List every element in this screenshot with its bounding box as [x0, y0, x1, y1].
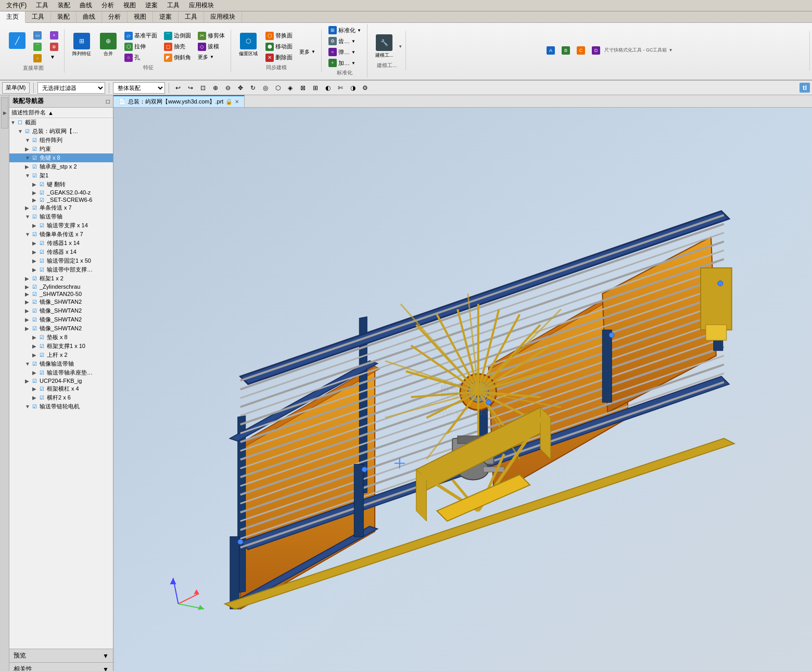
menu-item-reverse[interactable]: 逆案	[141, 0, 162, 11]
tree-item[interactable]: ▶☑键 翻转	[9, 180, 113, 189]
sort-icon[interactable]: ▲	[48, 110, 54, 116]
sketch-line-btn[interactable]: ╱	[5, 30, 29, 52]
menu-item-app[interactable]: 应用模块	[185, 0, 218, 11]
menu-item-tools[interactable]: 工具	[32, 0, 53, 11]
tree-item[interactable]: ▶☑输送带中部支撑…	[9, 265, 113, 274]
tree-item[interactable]: ▶☑_GEAKS2.0-40-z	[9, 189, 113, 196]
chamfer-btn[interactable]: ◤ 倒斜角	[161, 53, 194, 63]
move-face-btn[interactable]: ⬢ 移动面	[263, 42, 295, 52]
menu-item-analysis[interactable]: 分析	[97, 0, 118, 11]
tree-item[interactable]: ▶☑镜像_SHWTAN2	[9, 306, 113, 315]
standardize-btn[interactable]: ⊞ 标准化▼	[326, 25, 364, 35]
menu-item-assembly[interactable]: 装配	[54, 0, 74, 11]
tree-item[interactable]: ▼☐截面	[9, 118, 113, 127]
extrude-btn[interactable]: ⬡ 拉伸	[122, 42, 160, 52]
feature-more-btn[interactable]: 更多▼	[195, 53, 227, 62]
toolbar-icon-rotate[interactable]: ↻	[248, 83, 258, 93]
tree-item[interactable]: ▶☑单条传送 x 7	[9, 203, 113, 212]
tree-item[interactable]: ▼☑输送带轴	[9, 212, 113, 221]
tree-item[interactable]: ▶☑UCP204-FKB_ig	[9, 377, 113, 384]
tree-item[interactable]: ▶☑镜像_SHWTAN2	[9, 298, 113, 306]
tree-item[interactable]: ▶☑_SET-SCREW6-6	[9, 196, 113, 203]
tree-item[interactable]: ▶☑框架支撑1 x 10	[9, 342, 113, 351]
menu-item-curve[interactable]: 曲线	[75, 0, 96, 11]
tree-item[interactable]: ▶☑_Zylinderschrau	[9, 283, 113, 290]
replace-face-btn[interactable]: ⬡ 替换面	[263, 31, 295, 41]
toolbar-icon-settings[interactable]: ⚙	[360, 83, 371, 93]
tree-item[interactable]: ▶☑垫板 x 8	[9, 333, 113, 342]
sketch-circle-btn[interactable]: ○	[31, 53, 46, 63]
size-format-btn4[interactable]: D	[589, 45, 603, 56]
menu-item-tool2[interactable]: 工具	[163, 0, 184, 11]
viewport-canvas[interactable]: 屿双网 www.ysh3d.com	[113, 108, 812, 671]
tree-item[interactable]: ▼☑输送带链轮电机	[9, 402, 113, 411]
tree-item[interactable]: ▶☑传感器 x 14	[9, 248, 113, 256]
toolbar-icon-grid[interactable]: ⊞	[310, 83, 321, 93]
relations-section[interactable]: 相关性 ▼	[9, 663, 113, 671]
merge-btn[interactable]: ⊕ 合并	[96, 31, 120, 59]
tree-item[interactable]: ▶☑横杆2 x 6	[9, 393, 113, 402]
ribbon-tab-home[interactable]: 主页	[0, 11, 26, 23]
toolbar-icon-view1[interactable]: ◈	[285, 83, 296, 93]
array-feature-btn[interactable]: ⊞ 阵列特征	[69, 31, 95, 59]
tree-item[interactable]: ▼☑总装：屿双网【…	[9, 127, 113, 136]
menu-item-file[interactable]: 文件(F)	[2, 0, 31, 11]
toolbar-icon-snap[interactable]: ⊠	[298, 83, 308, 93]
delete-face-btn[interactable]: ✕ 删除面	[263, 53, 295, 63]
ribbon-tab-curve[interactable]: 曲线	[77, 11, 102, 22]
draft-btn[interactable]: ◇ 拔模	[195, 42, 227, 52]
sketch-point-btn[interactable]: +	[47, 30, 61, 41]
gear-btn[interactable]: ⚙ 齿…▼	[326, 36, 364, 46]
toolbar-icon-select[interactable]: ◎	[260, 83, 271, 93]
toolbar-icon-fit[interactable]: ⊡	[198, 83, 208, 93]
ribbon-tab-view[interactable]: 视图	[128, 11, 153, 22]
tree-item[interactable]: ▼☑镜像输送带轴	[9, 359, 113, 368]
tree-item[interactable]: ▶☑输送带固定1 x 50	[9, 256, 113, 265]
viewport-tab-main[interactable]: 📄 总装：屿双网【www.ysh3d.com】.prt 🔒 ✕	[113, 95, 245, 107]
toolbar-icon-filter[interactable]: ⬡	[273, 83, 283, 93]
toolbar-icon-undo[interactable]: ↩	[173, 83, 183, 93]
toolbar-icon-render[interactable]: ◑	[348, 83, 358, 93]
ribbon-tab-tools[interactable]: 工具	[26, 11, 51, 22]
ribbon-tab-app[interactable]: 应用模块	[204, 11, 242, 22]
filter-select[interactable]: 无选择过滤器	[37, 82, 105, 94]
toolbar-icon-layer[interactable]: ◐	[323, 83, 333, 93]
tree-item[interactable]: ▶☑镜像_SHWTAN2	[9, 324, 113, 333]
tree-item[interactable]: ▶☑_SHWTAN20-50	[9, 290, 113, 298]
sketch-tool2-btn[interactable]: ⊕	[47, 42, 61, 52]
menu-btn[interactable]: 菜单(M)	[2, 82, 30, 94]
tab-close-btn[interactable]: ✕	[235, 99, 239, 105]
edge-blend-btn[interactable]: ⌒ 边倒圆	[161, 31, 194, 41]
tree-item[interactable]: ▼☑架1	[9, 171, 113, 180]
ribbon-tab-assembly[interactable]: 装配	[51, 11, 77, 22]
toolbar-icon-redo[interactable]: ↪	[185, 83, 196, 93]
ribbon-tab-tool2[interactable]: 工具	[179, 11, 204, 22]
ribbon-tab-analysis[interactable]: 分析	[102, 11, 128, 22]
left-strip-handle[interactable]: ▶	[1, 97, 8, 128]
toolbar-icon-pan[interactable]: ✥	[235, 83, 246, 93]
panel-close-btn[interactable]: □	[106, 98, 110, 105]
tree-item[interactable]: ▼☑免键 x 8	[9, 153, 113, 162]
tree-item[interactable]: ▶☑输送带轴承座垫…	[9, 368, 113, 377]
sketch-rect-btn[interactable]: ▭	[31, 30, 46, 41]
tree-item[interactable]: ▶☑框架1 x 2	[9, 274, 113, 283]
tree-item[interactable]: ▶☑镜像_SHWTAN2	[9, 315, 113, 324]
preview-section[interactable]: 预览 ▼	[9, 649, 113, 663]
tree-item[interactable]: ▼☑镜像单条传送 x 7	[9, 230, 113, 239]
toolbar-icon-zoom-out[interactable]: ⊖	[223, 83, 233, 93]
hole-btn[interactable]: ○ 孔	[122, 53, 160, 63]
size-format-btn3[interactable]: C	[574, 45, 588, 56]
tree-area[interactable]: ▼☐截面▼☑总装：屿双网【…▼☑组件阵列▶☑约束▼☑免键 x 8▶☑轴承座_st…	[9, 118, 113, 649]
shell-btn[interactable]: ◻ 抽壳	[161, 42, 194, 52]
tree-item[interactable]: ▶☑上杆 x 2	[9, 351, 113, 359]
build-tools-btn[interactable]: 🔧 建模工...	[372, 32, 397, 61]
tree-item[interactable]: ▼☑组件阵列	[9, 136, 113, 145]
sketch-more-btn[interactable]: ▼	[47, 53, 61, 61]
tree-item[interactable]: ▶☑传感器1 x 14	[9, 239, 113, 248]
assembly-select[interactable]: 整体装配	[113, 82, 165, 94]
tree-item[interactable]: ▶☑输送带支撑 x 14	[9, 221, 113, 230]
trim-body-btn[interactable]: ✂ 修剪体	[195, 31, 227, 41]
tree-item[interactable]: ▶☑约束	[9, 145, 113, 153]
sketch-arc-btn[interactable]: ⌒	[31, 42, 46, 52]
tree-item[interactable]: ▶☑框架横杠 x 4	[9, 384, 113, 393]
